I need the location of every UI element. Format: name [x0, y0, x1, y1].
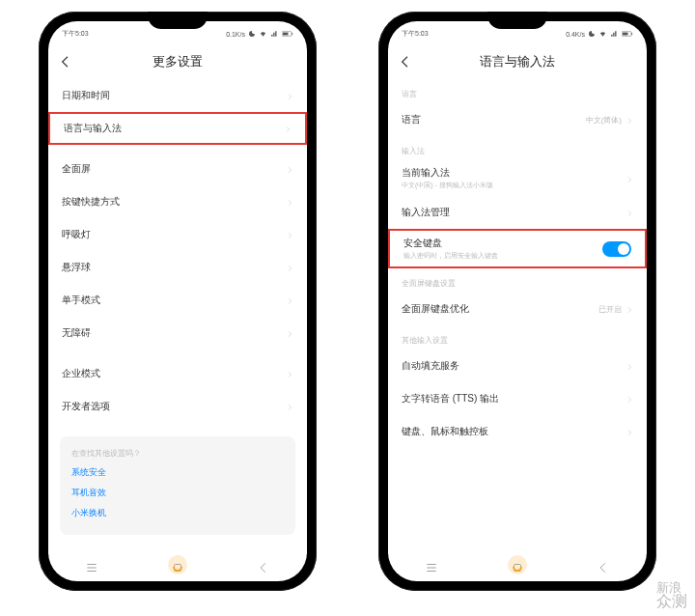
toggle-secure-keyboard[interactable] [602, 241, 631, 257]
phone-mockup-right: 下午5:03 0.4K/s 语言与输入法 语言 语言 中文(简体) [378, 12, 656, 591]
nav-menu-button[interactable] [85, 561, 98, 574]
dnd-icon [588, 30, 596, 38]
row-label: 企业模式 [62, 367, 100, 380]
row-language-input[interactable]: 语言与输入法 [48, 112, 307, 145]
chevron-right-icon [626, 428, 633, 435]
row-label: 日期和时间 [62, 89, 110, 102]
row-label: 无障碍 [62, 326, 91, 340]
header: 语言与输入法 [388, 44, 647, 79]
svg-rect-2 [283, 33, 289, 36]
notch [148, 12, 208, 29]
section-header-fullkb: 全面屏键盘设置 [388, 268, 647, 293]
row-enterprise[interactable]: 企业模式 [48, 357, 307, 390]
suggestion-card: 在查找其他设置吗？ 系统安全 耳机音效 小米换机 [60, 436, 295, 535]
row-shortcut[interactable]: 按键快捷方式 [48, 185, 307, 218]
row-accessibility[interactable]: 无障碍 [48, 317, 307, 350]
status-icons: 0.4K/s [566, 30, 633, 38]
row-value: 中文(简体) [586, 115, 622, 126]
chevron-right-icon [286, 198, 293, 206]
status-icons: 0.1K/s [226, 30, 293, 38]
chevron-right-icon [626, 305, 633, 313]
section-gap [48, 145, 307, 153]
chevron-right-icon [286, 231, 293, 238]
row-label: 开发者选项 [62, 400, 110, 413]
chevron-right-icon [626, 116, 633, 124]
chevron-right-icon [286, 370, 293, 378]
page-title: 更多设置 [153, 53, 203, 70]
row-autofill[interactable]: 自动填充服务 [388, 350, 647, 382]
svg-rect-9 [631, 33, 632, 35]
chevron-right-icon [284, 125, 292, 132]
row-label: 文字转语音 (TTS) 输出 [402, 392, 499, 406]
chevron-right-icon [626, 362, 633, 370]
row-keyboard-mouse[interactable]: 键盘、鼠标和触控板 [388, 415, 647, 448]
chevron-right-icon [626, 175, 633, 182]
back-button[interactable] [58, 54, 73, 70]
row-led[interactable]: 呼吸灯 [48, 218, 307, 251]
wifi-icon [598, 30, 607, 38]
row-sub: 输入密码时，启用安全输入键盘 [403, 251, 498, 261]
nav-menu-button[interactable] [425, 561, 438, 574]
row-label: 呼吸灯 [62, 228, 91, 241]
nav-back-button[interactable] [597, 561, 610, 574]
assistant-indicator [166, 553, 189, 576]
chevron-right-icon [286, 165, 293, 173]
suggestion-link-headphone[interactable]: 耳机音效 [71, 487, 284, 499]
chevron-right-icon [286, 264, 293, 271]
signal-icon [610, 30, 619, 38]
chevron-right-icon [286, 329, 293, 337]
watermark: 新浪 众测 [656, 581, 687, 610]
svg-rect-1 [292, 33, 292, 35]
nav-back-button[interactable] [257, 561, 270, 574]
section-header-language: 语言 [388, 79, 647, 103]
row-fullscreen[interactable]: 全面屏 [48, 153, 307, 185]
battery-icon [282, 30, 293, 38]
row-date-time[interactable]: 日期和时间 [48, 79, 307, 112]
row-secure-keyboard[interactable]: 安全键盘 输入密码时，启用安全输入键盘 [388, 229, 647, 268]
row-fullkb-opt[interactable]: 全面屏键盘优化 已开启 [388, 293, 647, 325]
suggestion-link-migrate[interactable]: 小米换机 [71, 507, 284, 519]
row-label: 语言 [402, 113, 421, 126]
row-label: 悬浮球 [62, 261, 91, 274]
row-onehand[interactable]: 单手模式 [48, 284, 307, 317]
row-dev[interactable]: 开发者选项 [48, 390, 307, 423]
row-label: 全面屏键盘优化 [402, 302, 469, 316]
notch [487, 12, 547, 29]
header: 更多设置 [48, 44, 307, 79]
row-language[interactable]: 语言 中文(简体) [388, 103, 647, 136]
row-floatball[interactable]: 悬浮球 [48, 251, 307, 284]
page-title: 语言与输入法 [480, 53, 555, 70]
status-net: 0.1K/s [226, 31, 245, 38]
chevron-right-icon [626, 209, 633, 216]
chevron-right-icon [286, 92, 293, 99]
row-label: 全面屏 [62, 162, 91, 176]
chevron-right-icon [286, 403, 293, 410]
screen-right: 下午5:03 0.4K/s 语言与输入法 语言 语言 中文(简体) [388, 21, 647, 581]
assistant-indicator [506, 553, 529, 576]
settings-list[interactable]: 日期和时间 语言与输入法 全面屏 按键快捷方式 呼吸灯 悬浮球 [48, 79, 307, 554]
wifi-icon [259, 30, 267, 38]
suggestion-link-security[interactable]: 系统安全 [71, 466, 284, 479]
row-current-ime[interactable]: 当前输入法 中文(中国) - 搜狗输入法小米版 [388, 160, 647, 196]
status-net: 0.4K/s [566, 31, 585, 38]
row-label: 键盘、鼠标和触控板 [402, 425, 488, 438]
row-ime-manage[interactable]: 输入法管理 [388, 196, 647, 229]
row-label: 输入法管理 [402, 206, 450, 219]
battery-icon [622, 30, 633, 38]
suggestion-title: 在查找其他设置吗？ [71, 448, 284, 459]
settings-list[interactable]: 语言 语言 中文(简体) 输入法 当前输入法 中文(中国) - 搜狗输入法小米版… [388, 79, 647, 554]
chevron-right-icon [626, 395, 633, 403]
screen-left: 下午5:03 0.1K/s 更多设置 日期和时间 语言与输入法 [48, 21, 307, 581]
status-time: 下午5:03 [402, 29, 429, 39]
row-label: 安全键盘 [403, 237, 498, 250]
svg-rect-10 [623, 33, 628, 36]
row-label: 当前输入法 [402, 166, 493, 180]
row-sub: 中文(中国) - 搜狗输入法小米版 [402, 181, 493, 190]
dnd-icon [248, 30, 256, 38]
back-button[interactable] [398, 54, 413, 70]
section-header-ime: 输入法 [388, 136, 647, 160]
watermark-line1: 新浪 [656, 581, 687, 595]
row-tts[interactable]: 文字转语音 (TTS) 输出 [388, 382, 647, 415]
chevron-right-icon [286, 296, 293, 304]
row-label: 语言与输入法 [64, 122, 122, 135]
